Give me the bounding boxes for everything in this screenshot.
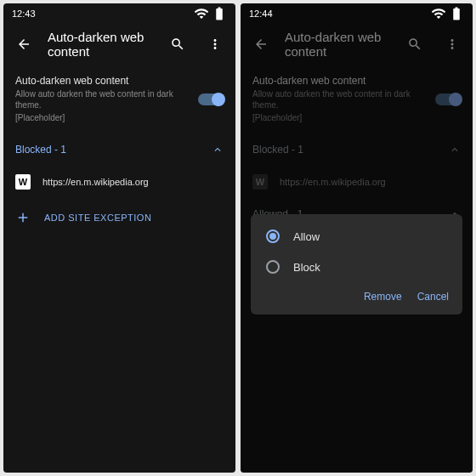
setting-subtitle2: [Placeholder] [15, 112, 190, 123]
screenshot-right: 12:44 Auto-darken web content Auto-darke… [241, 3, 473, 473]
battery-icon [212, 6, 227, 21]
search-icon [407, 37, 422, 52]
site-url: https://en.m.wikipedia.org [42, 177, 149, 187]
site-row[interactable]: W https://en.m.wikipedia.org [3, 166, 235, 198]
clock: 12:44 [249, 8, 273, 19]
setting-subtitle: Allow auto darken the web content in dar… [252, 88, 427, 110]
clock: 12:43 [12, 8, 36, 19]
wifi-icon [431, 6, 446, 21]
screenshot-left: 12:43 Auto-darken web content Auto-darke… [3, 3, 235, 473]
more-vert-icon [207, 37, 223, 52]
battery-icon [449, 6, 464, 21]
toggle-switch[interactable] [198, 94, 224, 105]
block-option[interactable]: Block [251, 252, 462, 282]
setting-subtitle2: [Placeholder] [252, 112, 427, 123]
toggle-switch[interactable] [435, 94, 461, 105]
status-bar: 12:43 [3, 3, 235, 24]
page-title: Auto-darken web content [285, 30, 391, 59]
add-site-exception-button[interactable]: ADD SITE EXCEPTION [3, 198, 235, 237]
favicon-icon: W [15, 174, 31, 190]
allow-option[interactable]: Allow [251, 221, 462, 252]
blocked-section-header[interactable]: Blocked - 1 [241, 133, 473, 166]
arrow-back-icon [253, 37, 269, 52]
site-row[interactable]: W https://en.m.wikipedia.org [241, 166, 473, 198]
remove-button[interactable]: Remove [364, 291, 402, 303]
overflow-button[interactable] [201, 31, 229, 58]
app-bar: Auto-darken web content [241, 24, 473, 65]
search-icon [170, 37, 185, 52]
overflow-button[interactable] [439, 31, 466, 58]
blocked-section-header[interactable]: Blocked - 1 [3, 133, 235, 166]
back-button[interactable] [247, 31, 275, 58]
more-vert-icon [445, 37, 460, 52]
search-button[interactable] [164, 31, 191, 58]
cancel-button[interactable]: Cancel [417, 291, 449, 303]
auto-darken-setting[interactable]: Auto-darken web content Allow auto darke… [241, 65, 473, 133]
radio-unselected-icon [266, 260, 280, 274]
favicon-icon: W [252, 174, 268, 190]
search-button[interactable] [401, 31, 428, 58]
chevron-up-icon [449, 144, 461, 156]
site-options-dialog: Allow Block Remove Cancel [251, 214, 462, 314]
auto-darken-setting[interactable]: Auto-darken web content Allow auto darke… [3, 65, 235, 133]
setting-subtitle: Allow auto darken the web content in dar… [15, 88, 190, 110]
radio-selected-icon [266, 230, 280, 243]
arrow-back-icon [16, 37, 31, 52]
site-url: https://en.m.wikipedia.org [280, 177, 386, 187]
back-button[interactable] [10, 31, 37, 58]
status-bar: 12:44 [241, 3, 473, 24]
plus-icon [15, 210, 31, 225]
wifi-icon [194, 6, 209, 21]
chevron-up-icon [212, 144, 224, 156]
app-bar: Auto-darken web content [3, 24, 235, 65]
setting-title: Auto-darken web content [15, 75, 190, 87]
setting-title: Auto-darken web content [252, 75, 427, 87]
page-title: Auto-darken web content [48, 30, 154, 59]
